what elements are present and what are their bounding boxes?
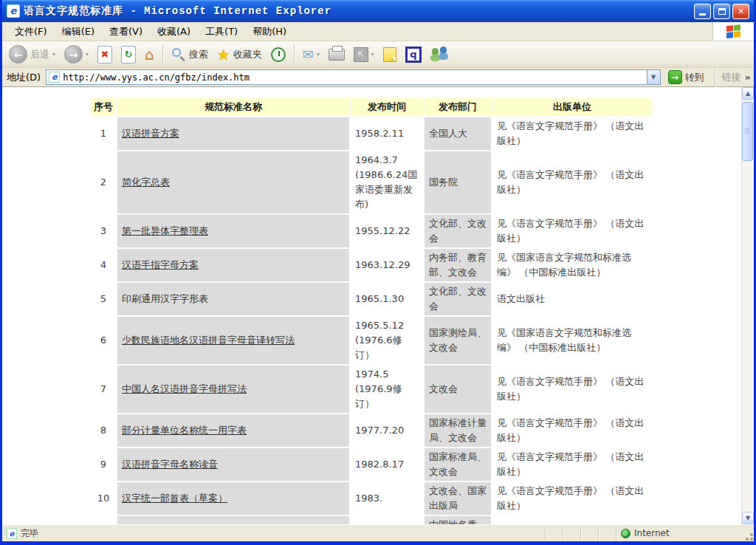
toolbar-separator (294, 45, 295, 64)
title-bar: e 语言文字规范标准库 - Microsoft Internet Explore… (2, 0, 754, 22)
back-icon: ← (9, 45, 27, 64)
maximize-button[interactable] (713, 4, 730, 19)
scroll-up-button[interactable]: ▲ (742, 87, 754, 100)
scrollbar-track[interactable] (742, 100, 754, 512)
status-pane (545, 527, 563, 540)
edit-dropdown-icon[interactable]: ▾ (371, 51, 374, 58)
vertical-scrollbar[interactable]: ▲ ▼ (741, 87, 754, 524)
table-row: 4 汉语手指字母方案 1963.12.29 内务部、教育部、文改会 见《国家语言… (91, 249, 652, 281)
ie-app-icon: e (7, 4, 20, 18)
search-icon (171, 47, 186, 62)
standard-name-link[interactable]: 部分计量单位名称统一用字表 (122, 425, 247, 436)
header-serial: 序号 (91, 98, 116, 116)
security-zone-pane: Internet (616, 527, 741, 540)
menu-favorites[interactable]: 收藏(A) (151, 23, 197, 41)
scroll-up-icon: ▲ (746, 90, 750, 97)
address-combo[interactable]: e http://www.yys.ac.cn/gfbz/index.htm ▼ (46, 69, 660, 85)
publisher-cell: 见《语言文字规范手册》 （语文出版社） (492, 151, 652, 213)
search-label: 搜索 (189, 48, 208, 61)
mail-button[interactable]: ✉ ▾ (299, 46, 323, 64)
address-label: 地址(D) (5, 71, 42, 84)
standard-name-cell: 汉语手指字母方案 (117, 249, 349, 281)
menu-file[interactable]: 文件(F) (8, 23, 54, 41)
forward-button[interactable]: → ▾ (61, 43, 92, 66)
menu-view[interactable]: 查看(V) (103, 23, 149, 41)
home-button[interactable]: ⌂ (141, 45, 158, 64)
standard-name-link[interactable]: 少数民族语地名汉语拼音字母音译转写法 (122, 335, 295, 346)
table-row: 2 简化字总表 1964.3.7 (1986.6.24国家语委重新发布) 国务院… (91, 151, 652, 213)
menu-edit[interactable]: 编辑(E) (55, 23, 101, 41)
publish-date-cell: 1977.7.20 (351, 414, 423, 447)
go-button[interactable]: → 转到 (664, 69, 708, 86)
publish-date-cell: 1955.12.22 (351, 215, 423, 247)
search-button[interactable]: 搜索 (168, 45, 212, 64)
forward-dropdown-icon[interactable]: ▾ (86, 51, 89, 58)
scrollbar-thumb[interactable] (742, 102, 753, 161)
scroll-down-button[interactable]: ▼ (742, 512, 754, 524)
qq-button[interactable]: q (402, 44, 425, 65)
stop-button[interactable]: ✖ (94, 44, 116, 66)
resize-grip[interactable] (743, 531, 753, 541)
mail-dropdown-icon[interactable]: ▾ (317, 51, 320, 58)
header-publish-dept: 发布部门 (425, 98, 491, 116)
publish-dept-cell: 文改会、国家出版局 (425, 482, 491, 515)
standard-name-link[interactable]: 汉语手指字母方案 (122, 259, 199, 270)
edit-button[interactable]: ⇱ ▾ (350, 45, 378, 64)
standard-name-link[interactable]: 汉语拼音方案 (122, 128, 179, 139)
publisher-cell: 语文出版社 (492, 283, 652, 315)
standard-name-link[interactable]: 第一批异体字整理表 (122, 225, 208, 236)
address-bar: 地址(D) e http://www.yys.ac.cn/gfbz/index.… (2, 68, 754, 87)
print-icon (329, 49, 345, 61)
links-chevron-icon[interactable]: » (745, 72, 751, 83)
history-button[interactable] (267, 45, 289, 64)
address-dropdown-button[interactable]: ▼ (647, 70, 660, 84)
publish-date-cell: 1965.1.30 (351, 283, 423, 315)
publish-dept-cell: 文化部、文改会 (425, 215, 491, 247)
publish-dept-cell: 全国人大 (425, 117, 491, 150)
standards-table: 序号 规范标准名称 发布时间 发布部门 出版单位 1 汉语拼音方案 1958.2… (89, 97, 653, 524)
standard-name-link[interactable]: 简化字总表 (122, 176, 170, 188)
serial-cell: 5 (91, 283, 116, 315)
table-row: 11 中国地名汉语拼音字母拼写规则（汉语地名部分） 1984.12.25 中国地… (91, 516, 652, 524)
refresh-icon: ↻ (121, 46, 136, 64)
publisher-cell: 见《语言文字规范手册》 （语文出版社） (492, 482, 652, 515)
serial-cell: 11 (91, 516, 116, 524)
publish-date-cell: 1958.2.11 (351, 117, 423, 150)
messenger-button[interactable] (427, 44, 452, 65)
back-dropdown-icon[interactable]: ▾ (52, 51, 55, 58)
minimize-button[interactable] (694, 4, 711, 19)
standard-name-link[interactable]: 汉字统一部首表（草案） (122, 493, 227, 504)
links-label[interactable]: 链接 (722, 71, 741, 84)
status-text: 完毕 (21, 527, 38, 540)
menu-tools[interactable]: 工具(T) (199, 23, 244, 41)
toolbar-separator (162, 45, 163, 64)
publish-date-cell: 1974.5 (1976.9修订） (351, 366, 423, 413)
standard-name-link[interactable]: 汉语拼音字母名称读音 (122, 459, 218, 470)
history-icon (271, 47, 286, 62)
standard-name-link[interactable]: 中国人名汉语拼音字母拼写法 (122, 383, 247, 394)
status-bar: e 完毕 Internet (2, 524, 754, 541)
status-pane (563, 527, 580, 540)
favorites-button[interactable]: ★ 收藏夹 (213, 45, 266, 64)
standard-buttons-toolbar: ← 后退 ▾ → ▾ ✖ ↻ ⌂ 搜索 ★ 收藏夹 ✉ ▾ ⇱ ▾ (2, 41, 754, 68)
standard-name-cell: 少数民族语地名汉语拼音字母音译转写法 (117, 317, 349, 364)
standard-name-cell: 部分计量单位名称统一用字表 (117, 414, 349, 447)
discuss-button[interactable] (379, 45, 400, 64)
publish-dept-cell: 国务院 (425, 151, 491, 213)
menu-help[interactable]: 帮助(H) (246, 23, 293, 41)
close-button[interactable]: ✕ (732, 4, 749, 19)
print-button[interactable] (325, 47, 348, 63)
publisher-cell: 见《语言文字规范手册》 （语文出版社） (492, 516, 652, 524)
serial-cell: 9 (91, 448, 116, 481)
table-row: 10 汉字统一部首表（草案） 1983. 文改会、国家出版局 见《语言文字规范手… (91, 482, 652, 515)
url-text[interactable]: http://www.yys.ac.cn/gfbz/index.htm (63, 72, 646, 83)
table-row: 3 第一批异体字整理表 1955.12.22 文化部、文改会 见《语言文字规范手… (91, 215, 652, 247)
favorites-label: 收藏夹 (233, 48, 262, 61)
publish-date-cell: 1984.12.25 (351, 516, 423, 524)
status-pane (580, 527, 598, 540)
publish-date-cell: 1982.8.17 (351, 448, 423, 481)
publish-dept-cell: 国家标准局、文改会 (425, 448, 491, 481)
refresh-button[interactable]: ↻ (117, 44, 140, 66)
back-button[interactable]: ← 后退 ▾ (5, 43, 59, 66)
go-label: 转到 (685, 71, 704, 84)
